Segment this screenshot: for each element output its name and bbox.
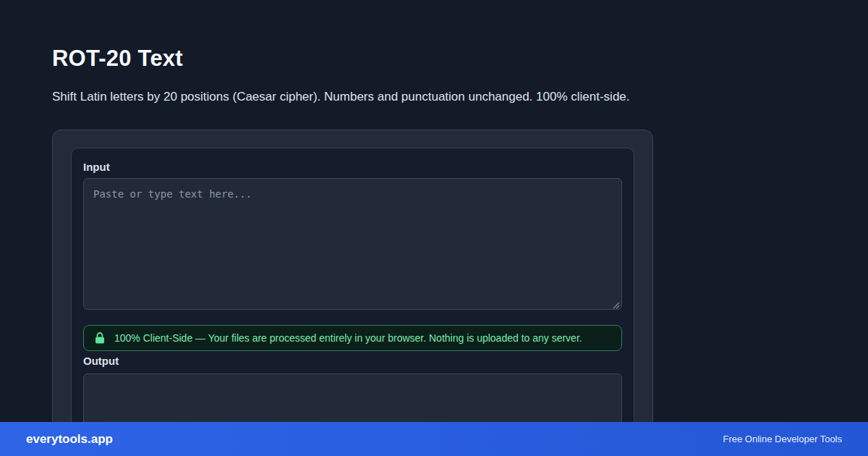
page-title: ROT-20 Text	[52, 46, 653, 72]
input-textarea[interactable]	[83, 178, 622, 310]
tool-card: Input 100% Client-Side — You	[52, 130, 653, 456]
main-content: ROT-20 Text Shift Latin letters by 20 po…	[52, 0, 653, 456]
tool-panel: Input 100% Client-Side — You	[71, 148, 634, 456]
footer-tagline: Free Online Developer Tools	[723, 434, 842, 444]
privacy-notice-text: 100% Client-Side — Your files are proces…	[114, 332, 582, 344]
page-description: Shift Latin letters by 20 positions (Cae…	[52, 87, 653, 107]
output-label: Output	[83, 355, 622, 367]
input-textarea-wrapper	[83, 178, 622, 310]
footer-brand-link[interactable]: everytools.app	[26, 432, 113, 447]
resize-grip-icon[interactable]	[611, 299, 620, 308]
footer-bar: everytools.app Free Online Developer Too…	[0, 422, 868, 456]
privacy-banner: 100% Client-Side — Your files are proces…	[83, 325, 622, 351]
input-label: Input	[83, 161, 622, 173]
lock-icon	[95, 332, 105, 344]
